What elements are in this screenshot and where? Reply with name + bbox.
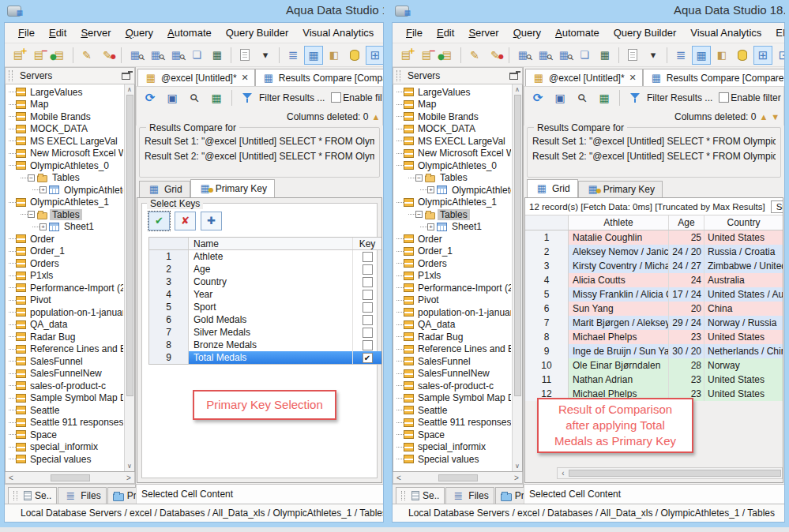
query-analyzer-button[interactable] [126,46,145,65]
script-button[interactable] [284,46,302,65]
tree-item-map[interactable]: Map [395,99,511,111]
scroll-left-icon[interactable]: ‹ [558,469,569,478]
table-view-button[interactable] [753,46,772,65]
grid-view-button[interactable] [304,46,323,65]
tree-item-salesfunnel[interactable]: SalesFunnel [7,355,123,368]
menu-query-builder[interactable]: Query Builder [219,24,295,42]
tables-button[interactable] [596,46,614,65]
tree-item-space[interactable]: Space [395,429,511,441]
tab-excel-untitled[interactable]: @excel [Untitled]* ✕ [137,69,255,86]
grid-row-4[interactable]: 4Alicia Coutts24Australia [525,273,783,287]
grid-horizontal-scrollbar[interactable]: ‹ [557,467,783,479]
export-excel-button[interactable] [595,88,614,107]
tree-item-olympicathletes_1[interactable]: OlympicAthletes_1 [7,197,123,209]
pivot-view-button[interactable] [774,46,784,65]
tree-item-new-microsoft-excel-wo[interactable]: New Microsoft Excel Wo [7,148,123,160]
tree-item-seattle-911-responses-[interactable]: Seattle 911 responses ( [7,417,123,429]
filter-results-button[interactable] [238,88,257,107]
windows-button[interactable] [187,46,206,65]
key-row-age[interactable]: 2Age [149,263,381,275]
grip-handle[interactable] [9,70,13,81]
new-document-button[interactable] [623,46,642,65]
menu-query[interactable]: Query [118,24,160,42]
tree-item-sales-of-product-c[interactable]: sales-of-product-c [7,380,123,392]
dropdown-arrow-button[interactable] [256,46,275,65]
unregister-server-button[interactable] [417,46,436,65]
tree-item-orders[interactable]: Orders [395,257,511,270]
tree-item-sample-symbol-map-dat[interactable]: Sample Symbol Map Dat [395,392,511,405]
key-checkbox[interactable] [363,290,373,300]
collapse-icon[interactable]: − [28,211,35,218]
prev-diff-icon[interactable]: ▲ [759,112,768,122]
country-column-header[interactable]: Country [704,215,783,230]
query-results-button[interactable] [554,46,573,65]
scroll-thumb[interactable] [569,470,781,477]
grid-row-3[interactable]: 3Kirsty Coventry / Michae24 / 27Zimbabwe… [525,259,783,273]
menu-file[interactable]: File [399,24,430,42]
register-server-button[interactable] [396,46,415,65]
expand-icon[interactable]: + [427,223,434,230]
expand-icon[interactable]: + [39,186,47,193]
scroll-thumb[interactable] [438,474,478,481]
close-tab-icon[interactable]: ✕ [629,73,637,83]
connect-plug-button[interactable] [465,46,484,65]
menu-er-modeler[interactable]: ER Modeler [768,24,784,42]
connect-button[interactable] [50,46,69,65]
scroll-left-icon[interactable]: < [393,474,404,482]
key-checkbox[interactable] [363,315,373,325]
menu-file[interactable]: File [11,24,42,42]
tree-item-radar-bug[interactable]: Radar Bug [395,331,511,343]
tree-item-tables[interactable]: −Tables [395,172,511,185]
tree-item-largevalues[interactable]: LargeValues [7,86,123,99]
enable-filter-checkbox[interactable] [719,92,729,103]
tree-item-mobile-brands[interactable]: Mobile Brands [395,111,511,123]
tree-item-sample-symbol-map-dat[interactable]: Sample Symbol Map Dat [7,392,123,405]
tree-item-olympicathletes_0[interactable]: OlympicAthletes_0 [395,159,511,172]
table-view-button[interactable] [366,46,383,65]
tree-item-new-microsoft-excel-wo[interactable]: New Microsoft Excel Wo [395,148,511,160]
tree-item-salesfunnelnew[interactable]: SalesFunnelNew [7,368,123,380]
filter-results-label[interactable]: Filter Results ... [647,92,712,103]
refresh-button[interactable] [141,88,160,107]
grid-view-button[interactable] [692,46,711,65]
scroll-down-icon[interactable]: ∨ [125,461,134,471]
windows-button[interactable] [575,46,594,65]
tables-button[interactable] [208,46,227,65]
tree-item-special-values[interactable]: Special values [395,453,511,466]
age-column-header[interactable]: Age [669,215,704,230]
scroll-thumb[interactable] [514,95,521,396]
query-analyzer-button[interactable] [513,46,532,65]
menu-query-builder[interactable]: Query Builder [607,24,683,42]
tree-item-olympicathletes[interactable]: +OlympicAthletes [7,184,123,197]
menu-visual-analytics[interactable]: Visual Analytics [295,24,381,42]
scroll-right-icon[interactable]: > [123,474,134,482]
tree-item-qa_data[interactable]: QA_data [7,319,123,332]
tree-item-mock_data[interactable]: MOCK_DATA [395,123,511,136]
tree-item-map[interactable]: Map [7,99,123,111]
tree-item-special_informix[interactable]: special_informix [395,441,511,454]
tab-results-compare[interactable]: Results Compare [Compare Results] [255,69,383,86]
grid-row-7[interactable]: 7Marit Bjørgen / Aleksey29 / 24Norway / … [525,316,783,330]
save-button[interactable] [550,88,569,107]
query-results-button[interactable] [167,46,186,65]
key-checkbox[interactable] [363,264,373,275]
grid-row-6[interactable]: 6Sun Yang20China [525,302,783,316]
scroll-thumb[interactable] [126,95,133,396]
database-view-button[interactable] [345,46,364,65]
tree-item-seattle[interactable]: Seattle [7,404,123,417]
tree-item-tables[interactable]: −Tables [7,208,123,221]
script-button[interactable] [671,46,690,65]
tree-item-seattle[interactable]: Seattle [395,404,511,417]
form-view-button[interactable] [325,46,344,65]
expand-icon[interactable]: + [39,223,47,230]
uncheck-key-button[interactable] [175,212,196,230]
scroll-left-icon[interactable]: < [6,474,17,482]
tree-item-olympicathletes_1[interactable]: OlympicAthletes_1 [395,197,511,209]
refresh-button[interactable] [528,88,547,107]
new-document-button[interactable] [235,46,254,65]
athlete-column-header[interactable]: Athlete [569,215,669,230]
close-tab-icon[interactable]: ✕ [242,73,249,83]
dropdown-arrow-button[interactable] [644,46,663,65]
query-find-button[interactable] [146,46,165,65]
sum-box[interactable]: Sum: [771,200,783,213]
